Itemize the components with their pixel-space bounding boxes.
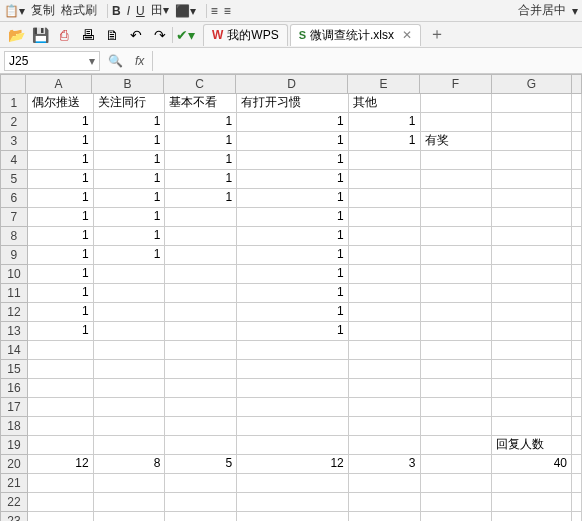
italic-button[interactable]: I (127, 4, 130, 18)
cell[interactable]: 1 (28, 132, 94, 151)
cell[interactable] (349, 265, 421, 284)
cell[interactable] (421, 322, 493, 341)
row-header[interactable]: 18 (0, 417, 28, 436)
cell[interactable] (421, 208, 493, 227)
cell[interactable] (349, 436, 421, 455)
row-header[interactable]: 7 (0, 208, 28, 227)
cell[interactable] (349, 151, 421, 170)
cell[interactable] (572, 113, 582, 132)
spreadsheet-grid[interactable]: ABCDEFG 1偶尔推送关注同行基本不看有打开习惯其他211111311111… (0, 74, 582, 521)
col-header-B[interactable]: B (92, 74, 164, 94)
print-preview-icon[interactable]: 🗎 (103, 26, 121, 44)
cell[interactable] (28, 341, 94, 360)
cell[interactable] (572, 208, 582, 227)
cell[interactable]: 1 (28, 246, 94, 265)
print-icon[interactable]: 🖶 (79, 26, 97, 44)
chevron-down-icon[interactable]: ▾ (89, 54, 95, 68)
cell[interactable] (492, 170, 572, 189)
cell[interactable] (94, 417, 166, 436)
cell[interactable] (165, 303, 237, 322)
cell[interactable]: 8 (94, 455, 166, 474)
cell[interactable] (165, 512, 237, 521)
col-header-extra[interactable] (572, 74, 582, 94)
row-header[interactable]: 9 (0, 246, 28, 265)
cell[interactable] (572, 436, 582, 455)
cell[interactable]: 其他 (349, 94, 421, 113)
cell[interactable] (492, 322, 572, 341)
save-icon[interactable]: 💾 (31, 26, 49, 44)
cell[interactable] (237, 398, 349, 417)
cell[interactable] (28, 512, 94, 521)
cell[interactable] (421, 303, 493, 322)
cell[interactable] (492, 360, 572, 379)
cell[interactable] (349, 170, 421, 189)
cell[interactable] (572, 246, 582, 265)
cell[interactable]: 1 (349, 132, 421, 151)
cell[interactable]: 1 (28, 170, 94, 189)
cell[interactable] (492, 227, 572, 246)
cell[interactable]: 1 (28, 284, 94, 303)
cell[interactable]: 1 (165, 113, 237, 132)
cell[interactable] (492, 341, 572, 360)
cell[interactable] (492, 512, 572, 521)
cell[interactable] (492, 189, 572, 208)
cell[interactable]: 1 (94, 208, 166, 227)
cell[interactable]: 1 (28, 303, 94, 322)
cell[interactable]: 有打开习惯 (237, 94, 349, 113)
cell[interactable] (165, 322, 237, 341)
cell[interactable] (28, 379, 94, 398)
underline-button[interactable]: U (136, 4, 145, 18)
cell[interactable]: 1 (94, 246, 166, 265)
row-header[interactable]: 6 (0, 189, 28, 208)
cell[interactable] (492, 208, 572, 227)
cell[interactable]: 1 (28, 208, 94, 227)
cell[interactable] (492, 151, 572, 170)
cell[interactable]: 1 (165, 170, 237, 189)
cell[interactable] (492, 303, 572, 322)
name-box[interactable]: J25 ▾ (4, 51, 100, 71)
cell[interactable] (349, 303, 421, 322)
cell[interactable] (421, 379, 493, 398)
cell[interactable] (237, 417, 349, 436)
cell[interactable] (572, 512, 582, 521)
cell[interactable]: 12 (237, 455, 349, 474)
cell[interactable] (572, 284, 582, 303)
cell[interactable] (572, 360, 582, 379)
cell[interactable] (349, 189, 421, 208)
cell[interactable] (94, 322, 166, 341)
cell[interactable] (421, 246, 493, 265)
row-header[interactable]: 19 (0, 436, 28, 455)
cell[interactable] (94, 303, 166, 322)
cell[interactable]: 1 (165, 151, 237, 170)
magnifier-icon[interactable]: 🔍 (108, 54, 123, 68)
cell[interactable]: 1 (94, 132, 166, 151)
cell[interactable] (421, 360, 493, 379)
cell[interactable]: 1 (94, 189, 166, 208)
cell[interactable] (349, 284, 421, 303)
cell[interactable] (28, 360, 94, 379)
cell[interactable] (349, 417, 421, 436)
cell[interactable]: 1 (237, 189, 349, 208)
cell[interactable]: 1 (94, 113, 166, 132)
cell[interactable] (165, 436, 237, 455)
cell[interactable] (572, 455, 582, 474)
cell[interactable]: 1 (28, 151, 94, 170)
cell[interactable] (165, 360, 237, 379)
cell[interactable] (165, 417, 237, 436)
cell[interactable] (237, 379, 349, 398)
cell[interactable]: 1 (28, 265, 94, 284)
row-header[interactable]: 12 (0, 303, 28, 322)
row-header[interactable]: 23 (0, 512, 28, 521)
bold-button[interactable]: B (112, 4, 121, 18)
cell[interactable]: 1 (28, 113, 94, 132)
row-header[interactable]: 15 (0, 360, 28, 379)
redo-icon[interactable]: ↷ (151, 26, 169, 44)
cell[interactable] (421, 189, 493, 208)
cell[interactable] (165, 208, 237, 227)
fill-icon[interactable]: ⬛▾ (175, 4, 196, 18)
row-header[interactable]: 20 (0, 455, 28, 474)
border-icon[interactable]: 田▾ (151, 2, 169, 19)
cell[interactable] (28, 417, 94, 436)
cell[interactable] (572, 493, 582, 512)
cell[interactable]: 关注同行 (94, 94, 166, 113)
